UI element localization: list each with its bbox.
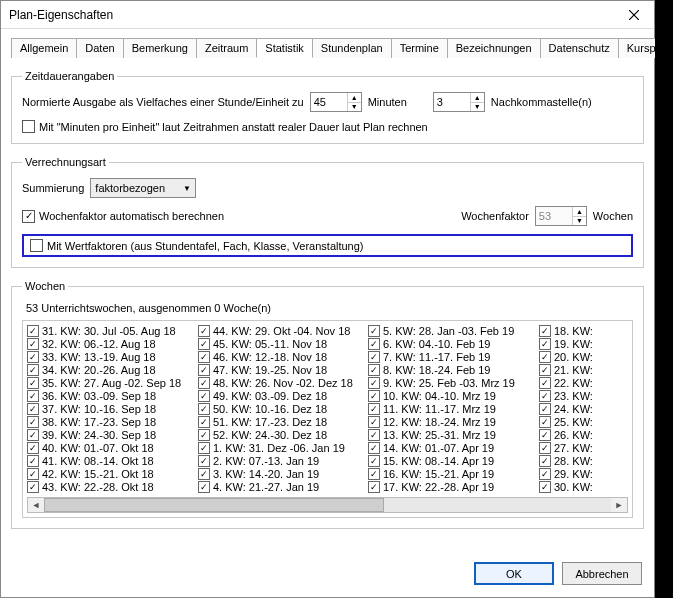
chevron-up-icon[interactable]: ▲ [471,93,484,103]
checkbox-box-icon [198,390,210,402]
week-item[interactable]: 25. KW: [539,416,604,428]
week-item[interactable]: 31. KW: 30. Jul -05. Aug 18 [27,325,192,337]
scroll-thumb[interactable] [44,498,384,512]
week-item[interactable]: 32. KW: 06.-12. Aug 18 [27,338,192,350]
checkbox-box-icon [27,338,39,350]
week-item[interactable]: 7. KW: 11.-17. Feb 19 [368,351,533,363]
legend-wochen: Wochen [22,280,68,292]
label-normierte-ausgabe: Normierte Ausgabe als Vielfaches einer S… [22,96,304,108]
week-item[interactable]: 35. KW: 27. Aug -02. Sep 18 [27,377,192,389]
checkbox-box-icon [27,364,39,376]
week-item[interactable]: 30. KW: [539,481,604,493]
ok-button[interactable]: OK [474,562,554,585]
week-item-label: 10. KW: 04.-10. Mrz 19 [383,390,496,402]
week-item[interactable]: 2. KW: 07.-13. Jan 19 [198,455,362,467]
week-item[interactable]: 34. KW: 20.-26. Aug 18 [27,364,192,376]
spinner-wochenfaktor: ▲▼ [535,206,587,226]
week-item[interactable]: 28. KW: [539,455,604,467]
week-item[interactable]: 19. KW: [539,338,604,350]
week-item-label: 16. KW: 15.-21. Apr 19 [383,468,494,480]
week-item[interactable]: 51. KW: 17.-23. Dez 18 [198,416,362,428]
tab-stundenplan[interactable]: Stundenplan [312,38,392,58]
scroll-left-icon[interactable]: ◄ [28,498,44,512]
week-item[interactable]: 39. KW: 24.-30. Sep 18 [27,429,192,441]
week-item[interactable]: 5. KW: 28. Jan -03. Feb 19 [368,325,533,337]
checkbox-box-icon [539,481,551,493]
chevron-up-icon[interactable]: ▲ [348,93,361,103]
tab-termine[interactable]: Termine [391,38,448,58]
tab-zeitraum[interactable]: Zeitraum [196,38,257,58]
week-item[interactable]: 3. KW: 14.-20. Jan 19 [198,468,362,480]
week-item[interactable]: 9. KW: 25. Feb -03. Mrz 19 [368,377,533,389]
week-item[interactable]: 43. KW: 22.-28. Okt 18 [27,481,192,493]
week-item[interactable]: 52. KW: 24.-30. Dez 18 [198,429,362,441]
checkbox-box-icon [27,416,39,428]
week-item[interactable]: 18. KW: [539,325,604,337]
week-item[interactable]: 50. KW: 10.-16. Dez 18 [198,403,362,415]
week-item[interactable]: 29. KW: [539,468,604,480]
week-item[interactable]: 6. KW: 04.-10. Feb 19 [368,338,533,350]
checkbox-wertfaktoren[interactable]: Mit Wertfaktoren (aus Stundentafel, Fach… [30,239,364,252]
scroll-right-icon[interactable]: ► [611,498,627,512]
week-item-label: 46. KW: 12.-18. Nov 18 [213,351,327,363]
legend-zeitdauer: Zeitdauerangaben [22,70,117,82]
week-item[interactable]: 13. KW: 25.-31. Mrz 19 [368,429,533,441]
week-item[interactable]: 20. KW: [539,351,604,363]
week-item[interactable]: 4. KW: 21.-27. Jan 19 [198,481,362,493]
week-item[interactable]: 16. KW: 15.-21. Apr 19 [368,468,533,480]
week-item[interactable]: 41. KW: 08.-14. Okt 18 [27,455,192,467]
week-item[interactable]: 24. KW: [539,403,604,415]
week-item[interactable]: 48. KW: 26. Nov -02. Dez 18 [198,377,362,389]
week-item[interactable]: 11. KW: 11.-17. Mrz 19 [368,403,533,415]
week-item[interactable]: 26. KW: [539,429,604,441]
chevron-down-icon[interactable]: ▼ [348,103,361,112]
week-item[interactable]: 17. KW: 22.-28. Apr 19 [368,481,533,493]
group-verrechnung: Verrechnungsart Summierung faktorbezogen… [11,156,644,268]
week-item[interactable]: 27. KW: [539,442,604,454]
week-item-label: 26. KW: [554,429,593,441]
week-item[interactable]: 8. KW: 18.-24. Feb 19 [368,364,533,376]
week-item[interactable]: 36. KW: 03.-09. Sep 18 [27,390,192,402]
week-item[interactable]: 21. KW: [539,364,604,376]
tab-bezeichnungen[interactable]: Bezeichnungen [447,38,541,58]
week-item[interactable]: 12. KW: 18.-24. Mrz 19 [368,416,533,428]
spinner-minuten[interactable]: ▲▼ [310,92,362,112]
week-item-label: 1. KW: 31. Dez -06. Jan 19 [213,442,345,454]
week-item-label: 44. KW: 29. Okt -04. Nov 18 [213,325,350,337]
week-item[interactable]: 33. KW: 13.-19. Aug 18 [27,351,192,363]
tab-bemerkung[interactable]: Bemerkung [123,38,197,58]
input-nachkomma[interactable] [434,93,470,111]
tab-datenschutz[interactable]: Datenschutz [540,38,619,58]
week-item[interactable]: 49. KW: 03.-09. Dez 18 [198,390,362,402]
checkbox-box-icon [27,468,39,480]
week-item[interactable]: 40. KW: 01.-07. Okt 18 [27,442,192,454]
checkbox-wochenfaktor-auto[interactable]: Wochenfaktor automatisch berechnen [22,210,224,223]
chevron-down-icon[interactable]: ▼ [471,103,484,112]
spinner-nachkomma[interactable]: ▲▼ [433,92,485,112]
week-item[interactable]: 45. KW: 05.-11. Nov 18 [198,338,362,350]
tab-daten[interactable]: Daten [76,38,123,58]
tab-allgemein[interactable]: Allgemein [11,38,77,58]
week-item[interactable]: 10. KW: 04.-10. Mrz 19 [368,390,533,402]
cancel-button[interactable]: Abbrechen [562,562,642,585]
week-item[interactable]: 42. KW: 15.-21. Okt 18 [27,468,192,480]
week-item[interactable]: 46. KW: 12.-18. Nov 18 [198,351,362,363]
scrollbar-horizontal[interactable]: ◄ ► [27,497,628,513]
combo-summierung[interactable]: faktorbezogen ▼ [90,178,196,198]
input-minuten[interactable] [311,93,347,111]
week-item[interactable]: 47. KW: 19.-25. Nov 18 [198,364,362,376]
tab-statistik[interactable]: Statistik [256,38,313,58]
week-item[interactable]: 15. KW: 08.-14. Apr 19 [368,455,533,467]
week-item[interactable]: 1. KW: 31. Dez -06. Jan 19 [198,442,362,454]
week-item[interactable]: 23. KW: [539,390,604,402]
week-item[interactable]: 38. KW: 17.-23. Sep 18 [27,416,192,428]
close-button[interactable] [614,1,654,29]
week-item[interactable]: 14. KW: 01.-07. Apr 19 [368,442,533,454]
week-item[interactable]: 44. KW: 29. Okt -04. Nov 18 [198,325,362,337]
week-item[interactable]: 22. KW: [539,377,604,389]
checkbox-box-icon [539,416,551,428]
checkbox-min-pro-einheit[interactable]: Mit "Minuten pro Einheit" laut Zeitrahme… [22,120,428,133]
week-item[interactable]: 37. KW: 10.-16. Sep 18 [27,403,192,415]
scroll-track[interactable] [44,498,611,512]
tab-bar: AllgemeinDatenBemerkungZeitraumStatistik… [11,37,644,58]
